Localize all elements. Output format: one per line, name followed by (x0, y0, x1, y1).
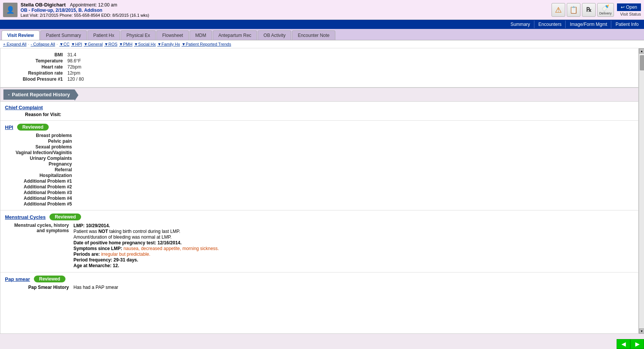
hpi-items: Breast problems Pelvic pain Sexual probl… (5, 133, 634, 207)
alert-icon-btn[interactable]: ⚠ (552, 3, 565, 17)
hpi-item-referral: Referral (8, 167, 634, 172)
hpi-vaginal-label: Vaginal Infection/Vaginitis (8, 150, 77, 155)
hpi-item-hospitalization: Hospitalization (8, 173, 634, 178)
bp-label: Blood Pressure #1 (6, 76, 67, 82)
open-icon: ↩ (621, 5, 625, 10)
pap-smear-section: Pap smear Reviewed Pap Smear History Has… (0, 273, 638, 293)
visit-status-area: ↩ Open Visit Status (617, 3, 641, 16)
subnav-pmh[interactable]: ▼PMH (119, 42, 132, 46)
nav-forward-btn[interactable]: ▶ (630, 339, 644, 349)
tab-patient-summary[interactable]: Patient Summary (40, 30, 87, 40)
hpi-breast-label: Breast problems (8, 133, 77, 138)
mc-title[interactable]: Menstrual Cycles (5, 214, 46, 220)
top-nav-summary[interactable]: Summary (507, 21, 534, 28)
sub-nav: + Expand All · - Collapse All · ▼CC ▼HPI… (0, 40, 644, 48)
hpi-item-add1: Additional Problem #1 (8, 178, 634, 184)
tab-bar: Visit Review Patient Summary Patient Hx … (0, 29, 644, 40)
hr-label: Heart rate (6, 64, 67, 70)
hpi-item-vaginal: Vaginal Infection/Vaginitis (8, 150, 634, 155)
pap-reviewed-badge: Reviewed (34, 276, 65, 282)
rx-icon-btn[interactable]: ℞ (582, 3, 596, 17)
tab-flowsheet[interactable]: Flowsheet (156, 30, 189, 40)
hpi-add4-label: Additional Problem #4 (8, 196, 77, 201)
subnav-general[interactable]: ▼General (84, 42, 103, 46)
tab-encounter-note[interactable]: Encounter Note (292, 30, 335, 40)
last-visit-info: Last Visit: 2/17/2015 Phone: 555-658-856… (21, 13, 552, 18)
subnav-ros[interactable]: ▼ROS (104, 42, 118, 46)
delivery-btn[interactable]: 🍼 Delivery (597, 3, 614, 17)
right-scrollbar: ▲ ▼ (639, 48, 644, 334)
mc-lmp: LMP: 10/29/2014. (73, 223, 219, 228)
clipboard-icon-btn[interactable]: 📋 (567, 3, 580, 17)
header-icons: ⚠ 📋 ℞ 🍼 Delivery (552, 3, 614, 17)
patient-info: Stella OB-Digichart Appointment: 12:00 a… (21, 2, 552, 18)
hpi-hospitalization-label: Hospitalization (8, 173, 77, 178)
nav-separator-1: · (28, 42, 29, 46)
subnav-hpi[interactable]: ▼HPI (71, 42, 82, 46)
hpi-item-add5: Additional Problem #5 (8, 201, 634, 207)
section-title: Patient Reported History (12, 92, 70, 97)
bottom-nav: ◀ ▶ (617, 339, 644, 349)
temp-row: Temperature 98.6°F (6, 58, 632, 64)
reason-for-visit-row: Reason for Visit: (5, 112, 634, 117)
tab-antepartum-rec[interactable]: Antepartum Rec (213, 30, 257, 40)
collapse-section-btn[interactable]: - (8, 92, 10, 97)
mc-pregnancy-test: Date of positive home pregnancy test: 12… (73, 240, 219, 245)
pap-title[interactable]: Pap smear (5, 276, 30, 282)
tab-physical-ex[interactable]: Physical Ex (121, 30, 156, 40)
hpi-item-breast: Breast problems (8, 133, 634, 138)
hpi-referral-label: Referral (8, 167, 77, 172)
mc-birth-control: Patient was NOT taking birth control dur… (73, 229, 219, 234)
pap-history-label: Pap Smear History (5, 285, 73, 290)
top-nav-patient-info[interactable]: Patient Info (612, 21, 642, 28)
chief-complaint-title[interactable]: Chief Complaint (5, 105, 634, 110)
hr-row: Heart rate 72bpm (6, 64, 632, 70)
hpi-item-pregnancy: Pregnancy (8, 161, 634, 167)
tab-mdm[interactable]: MDM (190, 30, 212, 40)
hpi-reviewed-badge: Reviewed (17, 124, 49, 131)
hpi-sexual-label: Sexual problems (8, 144, 77, 150)
bmi-value: 31.4 (67, 52, 76, 57)
subnav-social-hx[interactable]: ▼Social Hx (134, 42, 156, 46)
mc-value: LMP: 10/29/2014. Patient was NOT taking … (73, 223, 219, 269)
nav-back-btn[interactable]: ◀ (617, 339, 630, 349)
mc-symptoms: Symptoms since LMP: nausea, decreased ap… (73, 246, 219, 251)
bmi-label: BMI (6, 52, 67, 57)
scroll-down-btn[interactable]: ▼ (639, 328, 644, 334)
pap-header: Pap smear Reviewed (5, 276, 634, 282)
collapse-all-link[interactable]: - Collapse All (31, 42, 55, 46)
top-right-nav: Summary Encounters Image/Form Mgmt Patie… (0, 20, 644, 29)
tab-ob-activity[interactable]: OB Activity (258, 30, 291, 40)
subnav-cc[interactable]: ▼CC (59, 42, 70, 46)
delivery-label: Delivery (599, 11, 612, 15)
pap-data-row: Pap Smear History Has had a PAP smear (5, 285, 634, 290)
hpi-item-add4: Additional Problem #4 (8, 196, 634, 201)
hpi-title[interactable]: HPI (5, 124, 13, 130)
avatar: 👤 (3, 3, 18, 17)
mc-periods: Periods are: irregular but predictable. (73, 252, 219, 257)
hpi-pregnancy-label: Pregnancy (8, 161, 77, 167)
reason-for-visit-label: Reason for Visit: (5, 112, 66, 117)
hr-value: 72bpm (67, 64, 81, 70)
scroll-thumb[interactable] (640, 55, 644, 70)
temp-label: Temperature (6, 58, 67, 64)
menstrual-cycles-section: Menstrual Cycles Reviewed Menstrual cycl… (0, 210, 638, 273)
mc-label: Menstrual cycles, history and symptoms (5, 223, 73, 269)
subnav-family-hx[interactable]: ▼Family Hx (157, 42, 180, 46)
open-label: Open (626, 5, 637, 10)
visit-status-label: Visit Status (620, 12, 641, 16)
mc-frequency: Period frequency: 29-31 days. (73, 257, 219, 263)
delivery-icon: 🍼 (602, 4, 609, 11)
expand-all-link[interactable]: + Expand All (3, 42, 26, 46)
top-nav-encounters[interactable]: Encounters (535, 21, 566, 28)
rr-row: Respiration rate 12rpm (6, 70, 632, 76)
tab-patient-hx[interactable]: Patient Hx (88, 30, 120, 40)
hpi-item-sexual: Sexual problems (8, 144, 634, 150)
top-nav-image-form[interactable]: Image/Form Mgmt (566, 21, 611, 28)
tab-visit-review[interactable]: Visit Review (2, 30, 40, 40)
bp-row: Blood Pressure #1 120 / 80 (6, 76, 632, 82)
subnav-trends[interactable]: ▼Patient Reported Trends (182, 42, 231, 46)
scroll-up-btn[interactable]: ▲ (639, 48, 644, 54)
mc-bleeding: Amount/duration of bleeding was normal a… (73, 234, 219, 240)
open-button[interactable]: ↩ Open (617, 3, 641, 11)
